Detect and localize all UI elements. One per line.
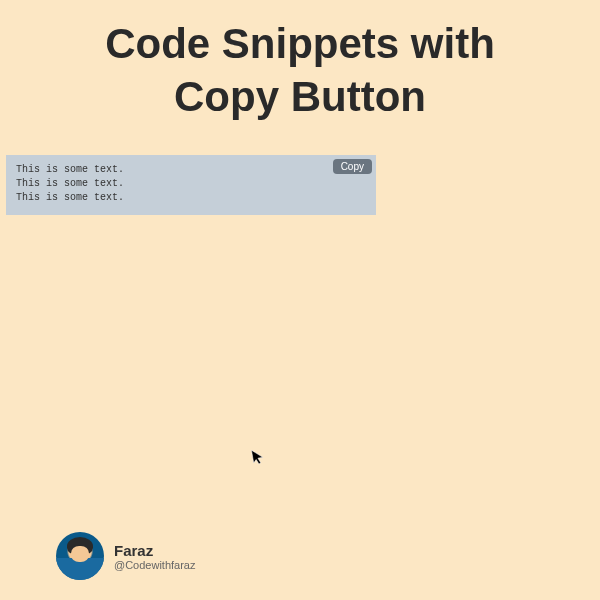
user-info: Faraz @Codewithfaraz — [114, 542, 195, 571]
username: Faraz — [114, 542, 195, 559]
avatar — [56, 532, 104, 580]
user-handle: @Codewithfaraz — [114, 559, 195, 571]
code-snippet-box: Copy This is some text. This is some tex… — [6, 155, 376, 215]
page-title: Code Snippets with Copy Button — [0, 0, 600, 123]
copy-button[interactable]: Copy — [333, 159, 372, 174]
title-line-2: Copy Button — [174, 73, 426, 120]
author-footer: Faraz @Codewithfaraz — [56, 532, 195, 580]
title-line-1: Code Snippets with — [105, 20, 495, 67]
cursor-icon — [250, 447, 267, 470]
snippet-text: This is some text. This is some text. Th… — [16, 163, 366, 205]
